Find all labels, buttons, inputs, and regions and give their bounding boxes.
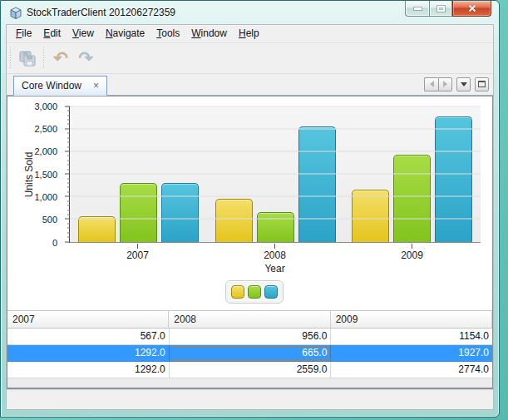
bar-series-1-2008 — [215, 199, 253, 242]
bar-series-2-2007 — [120, 183, 157, 241]
y-tick-mark — [67, 142, 70, 143]
toolbar-grip[interactable] — [9, 47, 12, 69]
column-header-2009[interactable]: 2009 — [331, 311, 492, 328]
status-bar — [7, 389, 493, 409]
y-tick-mark — [67, 232, 70, 233]
x-tick-label-2008: 2008 — [206, 250, 343, 261]
gridline — [70, 219, 481, 220]
table-cell[interactable]: 2559.0 — [170, 362, 332, 378]
save-all-button[interactable] — [16, 47, 39, 70]
y-tick-mark — [67, 205, 70, 206]
tab-close-icon[interactable]: × — [93, 81, 99, 91]
table-row[interactable]: 1292.02559.02774.0 — [7, 362, 492, 378]
y-tick-mark — [67, 210, 70, 210]
menu-help[interactable]: Help — [233, 26, 265, 41]
table-cell[interactable]: 956.0 — [170, 329, 332, 344]
save-all-icon — [17, 48, 37, 68]
table-cell[interactable]: 1292.0 — [7, 362, 170, 378]
gridline — [70, 106, 481, 106]
legend-swatch-series-3 — [264, 285, 278, 299]
gridline — [70, 174, 481, 175]
y-tick-mark — [67, 160, 70, 161]
chevron-down-icon — [461, 82, 467, 90]
y-tick-mark — [67, 183, 70, 184]
x-tick-label-2007: 2007 — [69, 250, 206, 261]
maximize-tab-button[interactable] — [475, 77, 489, 91]
x-axis-title: Year — [69, 263, 481, 274]
close-button[interactable] — [452, 1, 491, 17]
y-tick-label: 2,000 — [34, 146, 57, 156]
table-row[interactable]: 567.0956.01154.0 — [7, 329, 492, 345]
redo-icon: ↷ — [78, 49, 93, 67]
arrow-left-icon — [427, 81, 434, 87]
table-row[interactable]: 1292.0665.01927.0 — [7, 345, 492, 362]
y-tick-mark — [67, 187, 70, 188]
app-cube-icon — [9, 7, 22, 20]
menu-view[interactable]: View — [67, 26, 100, 41]
table-cell[interactable]: 567.0 — [7, 329, 170, 344]
maximize-window-icon — [478, 81, 486, 87]
table-cell[interactable]: 665.0 — [170, 345, 332, 361]
y-tick-label: 1,500 — [34, 170, 57, 180]
bar-series-3-2007 — [161, 183, 199, 241]
menu-navigate[interactable]: Navigate — [100, 26, 150, 41]
y-tick-mark — [67, 137, 70, 138]
y-tick-label: 2,500 — [34, 124, 57, 134]
menu-file[interactable]: File — [10, 26, 37, 41]
column-header-2008[interactable]: 2008 — [169, 311, 330, 328]
menu-edit[interactable]: Edit — [37, 26, 67, 41]
window-controls — [405, 1, 491, 17]
column-header-2007[interactable]: 2007 — [7, 311, 169, 328]
title-bar[interactable]: StockTraderClient 201206272359 — [1, 1, 499, 24]
gridline — [70, 128, 481, 129]
y-tick-mark — [65, 196, 70, 197]
scroll-tabs-right-button[interactable] — [438, 77, 452, 91]
arrow-right-icon — [443, 81, 451, 87]
y-tick-mark — [67, 191, 70, 192]
y-tick-mark — [67, 156, 70, 156]
undo-button[interactable]: ↶ — [49, 47, 72, 70]
tab-row: Core Window × — [7, 74, 493, 96]
bar-series-3-2008 — [298, 126, 336, 242]
y-tick-mark — [65, 106, 70, 106]
close-icon — [467, 3, 477, 13]
menu-bar: File Edit View Navigate Tools Window Hel… — [7, 25, 493, 43]
x-axis-labels: 200720082009 — [69, 250, 481, 261]
table-cell[interactable]: 1154.0 — [331, 329, 492, 344]
tab-core-window[interactable]: Core Window × — [13, 76, 107, 96]
y-tick-mark — [67, 178, 70, 179]
y-tick-mark — [67, 133, 70, 134]
table-filler — [7, 378, 492, 388]
y-tick-mark — [65, 174, 70, 175]
bar-series-1-2009 — [352, 190, 389, 242]
maximize-button[interactable] — [429, 1, 452, 17]
y-tick-mark — [65, 219, 70, 220]
y-tick-mark — [67, 115, 70, 116]
tab-label: Core Window — [22, 80, 81, 91]
client-area: File Edit View Navigate Tools Window Hel… — [6, 24, 494, 410]
y-tick-mark — [67, 215, 70, 215]
scroll-tabs-left-button[interactable] — [424, 77, 438, 91]
menu-window[interactable]: Window — [185, 26, 233, 41]
table-header-row: 200720082009 — [7, 311, 492, 329]
x-tick-cell — [343, 244, 481, 249]
gridline — [70, 151, 481, 151]
toolbar-grip[interactable] — [42, 47, 45, 69]
redo-button[interactable]: ↷ — [74, 47, 97, 70]
y-tick-label: 1,000 — [34, 192, 57, 202]
undo-icon: ↶ — [53, 49, 68, 67]
table-cell[interactable]: 2774.0 — [331, 362, 492, 378]
tab-list-dropdown-button[interactable] — [456, 77, 471, 91]
table-cell[interactable]: 1292.0 — [7, 345, 170, 361]
bar-series-3-2009 — [435, 116, 472, 242]
menu-tools[interactable]: Tools — [150, 26, 185, 41]
y-tick-mark — [67, 228, 70, 229]
y-tick-mark — [67, 200, 70, 201]
plot-area — [69, 106, 481, 243]
bar-series-1-2007 — [78, 216, 116, 242]
table-cell[interactable]: 1927.0 — [331, 345, 492, 361]
y-tick-mark — [67, 146, 70, 147]
legend-swatch-series-2 — [248, 285, 261, 299]
minimize-button[interactable] — [405, 1, 429, 17]
y-tick-mark — [65, 128, 70, 129]
